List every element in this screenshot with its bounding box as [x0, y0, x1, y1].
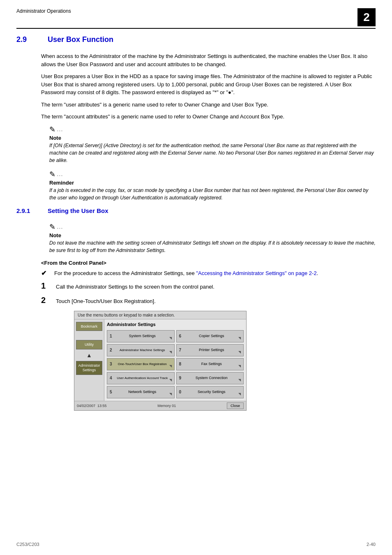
section-2-9: 2.9 User Box Function When access to the… — [16, 35, 376, 201]
breadcrumb: Administrator Operations — [16, 8, 71, 14]
admin-settings-link[interactable]: "Accessing the Administrator Settings" o… — [196, 270, 316, 276]
panel-title: Administrator Settings — [107, 322, 244, 327]
step-1: 1 Call the Administrator Settings to the… — [41, 281, 376, 291]
step-1-text: Call the Administrator Settings to the s… — [56, 281, 214, 291]
page-header: Administrator Operations 2 — [16, 8, 376, 29]
reminder-icon: ✎ — [49, 170, 55, 179]
admin-settings-button[interactable]: Administrator Settings — [76, 361, 102, 375]
step-1-number: 1 — [41, 281, 51, 291]
section-para-3: The term "user attributes" is a generic … — [41, 101, 376, 109]
page-footer: C253/C203 2-40 — [16, 542, 376, 547]
step-2-text: Touch [One-Touch/User Box Registration]. — [56, 296, 156, 306]
subsection-note-block: ✎ ... Note Do not leave the machine with… — [49, 222, 376, 254]
panel-btn-2[interactable]: 2 Administrator Machine Settings ◥ — [107, 344, 175, 356]
footer-page: 2-40 — [367, 542, 376, 547]
panel-grid: 1 System Settings ◥ 6 Copier Settings ◥ … — [107, 330, 244, 398]
section-2-9-1: 2.9.1 Setting the User Box ✎ ... Note Do… — [16, 207, 376, 411]
subsection-note-dots: ... — [57, 224, 63, 229]
step-2-number: 2 — [41, 296, 51, 305]
panel-inner: Bookmark Utility ▲ Administrator Setting… — [74, 319, 246, 401]
panel-hint-text: Use the menu buttons or keypad to make a… — [74, 311, 246, 319]
reminder-dots: ... — [57, 172, 63, 177]
chapter-number: 2 — [357, 8, 376, 26]
subsection-note-icon: ✎ — [49, 222, 55, 231]
utility-button[interactable]: Utility — [76, 340, 102, 349]
note1-label: Note — [49, 135, 376, 141]
bookmark-button[interactable]: Bookmark — [76, 322, 102, 331]
subsection-note-label: Note — [49, 232, 376, 238]
note1-dots: ... — [57, 127, 63, 132]
check-text: For the procedure to access the Administ… — [54, 269, 318, 278]
panel-main: Administrator Settings 1 System Settings… — [104, 319, 246, 401]
subsection-note-text: Do not leave the machine with the settin… — [49, 239, 376, 254]
reminder-block: ✎ ... Reminder If a job is executed in t… — [49, 170, 376, 201]
checkmark-icon: ✔ — [41, 269, 49, 277]
footer-model: C253/C203 — [16, 542, 39, 547]
note1-icon: ✎ — [49, 125, 55, 134]
check-item: ✔ For the procedure to access the Admini… — [41, 269, 376, 278]
panel-btn-7[interactable]: 7 Printer Settings ◥ — [176, 344, 244, 356]
panel-sidebar: Bookmark Utility ▲ Administrator Setting… — [74, 319, 104, 401]
panel-btn-4[interactable]: 4 User Authentication/ Account Track ◥ — [107, 372, 175, 384]
note-1-block: ✎ ... Note If [ON (External Server)] (Ac… — [49, 125, 376, 164]
step-2: 2 Touch [One-Touch/User Box Registration… — [41, 296, 376, 306]
steps-container: 1 Call the Administrator Settings to the… — [41, 281, 376, 306]
panel-date: 04/02/2007 13:55 — [77, 404, 107, 408]
panel-btn-9[interactable]: 9 System Connection ◥ — [176, 372, 244, 384]
panel-memory: Memory 01 — [157, 404, 176, 408]
section-title: User Box Function — [48, 35, 113, 44]
section-para-4: The term "account attributes" is a gener… — [41, 113, 376, 121]
subsection-number: 2.9.1 — [16, 207, 41, 218]
panel-btn-5[interactable]: 5 Network Settings ◥ — [107, 386, 175, 398]
subsection-title: Setting the User Box — [48, 207, 108, 214]
control-panel-image: Use the menu buttons or keypad to make a… — [74, 311, 247, 411]
from-control-panel-label: <From the Control Panel> — [41, 260, 376, 266]
panel-btn-0[interactable]: 0 Security Settings ◥ — [176, 386, 244, 398]
panel-close-button[interactable]: Close — [227, 402, 244, 409]
reminder-text: If a job is executed in the copy, fax, o… — [49, 187, 376, 201]
sidebar-arrow-icon: ▲ — [76, 352, 102, 358]
section-para-1: When access to the Administrator of the … — [41, 52, 376, 68]
panel-btn-1[interactable]: 1 System Settings ◥ — [107, 330, 175, 342]
panel-footer: 04/02/2007 13:55 Memory 01 Close — [74, 401, 246, 410]
section-number: 2.9 — [16, 35, 41, 48]
panel-btn-8[interactable]: 8 Fax Settings ◥ — [176, 358, 244, 370]
panel-btn-3[interactable]: 3 One-Touch/User Box Registration ◥ — [107, 358, 175, 370]
reminder-label: Reminder — [49, 180, 376, 186]
note1-text: If [ON (External Server)] (Active Direct… — [49, 142, 376, 164]
section-para-2: User Box prepares a User Box in the HDD … — [41, 72, 376, 97]
panel-btn-6[interactable]: 6 Copier Settings ◥ — [176, 330, 244, 342]
